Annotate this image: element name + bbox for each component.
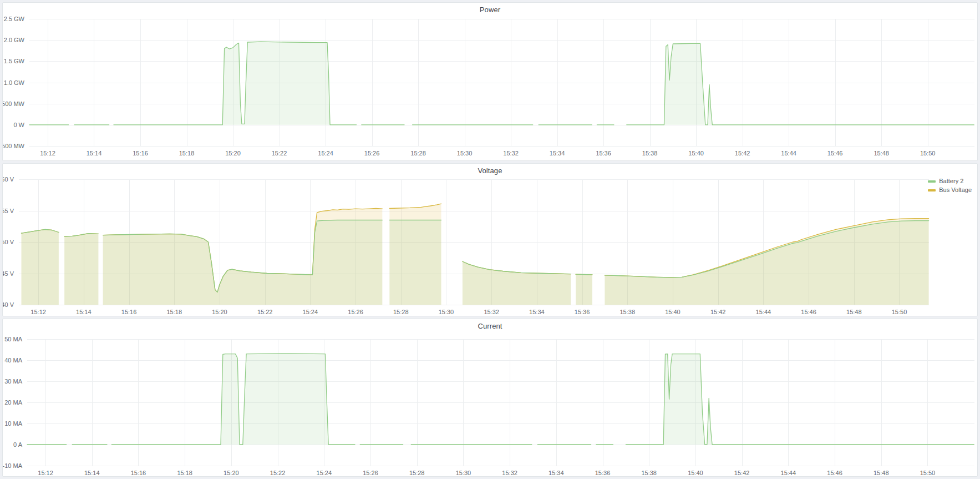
x-tick-label: 15:30 xyxy=(456,470,471,476)
x-tick-label: 15:32 xyxy=(502,470,517,476)
legend-item-battery-2[interactable]: Battery 2 xyxy=(928,178,963,185)
x-tick-label: 15:18 xyxy=(179,150,195,157)
legend-label: Bus Voltage xyxy=(939,186,972,194)
current-panel-title[interactable]: Current xyxy=(3,322,977,330)
voltage-legend: Battery 2 Bus Voltage xyxy=(928,178,972,194)
power-chart[interactable]: 2.5 GW2.0 GW1.5 GW1.0 GW500 MW0 W-500 MW… xyxy=(3,3,978,161)
x-tick-label: 15:42 xyxy=(735,150,750,157)
x-tick-label: 15:38 xyxy=(642,150,658,157)
x-tick-label: 15:36 xyxy=(595,470,611,476)
series-area xyxy=(22,229,59,305)
x-tick-label: 15:34 xyxy=(549,470,564,476)
y-tick-label: 60 V xyxy=(3,176,14,183)
x-tick-label: 15:42 xyxy=(710,309,726,315)
y-tick-label: 45 V xyxy=(3,270,14,277)
y-tick-label: 20 MA xyxy=(4,399,22,406)
x-tick-label: 15:46 xyxy=(827,470,842,476)
x-tick-label: 15:12 xyxy=(40,150,55,157)
x-tick-label: 15:14 xyxy=(76,309,92,315)
x-tick-label: 15:16 xyxy=(121,309,137,315)
x-tick-label: 15:50 xyxy=(920,470,936,476)
y-tick-label: 0 A xyxy=(13,441,23,448)
x-tick-label: 15:22 xyxy=(272,150,287,157)
x-tick-label: 15:12 xyxy=(38,470,53,476)
x-tick-label: 15:14 xyxy=(84,470,100,476)
x-tick-label: 15:50 xyxy=(920,150,936,157)
x-tick-label: 15:24 xyxy=(303,309,318,315)
legend-color-swatch xyxy=(928,189,936,191)
x-tick-label: 15:18 xyxy=(177,470,192,476)
x-tick-label: 15:24 xyxy=(318,150,333,157)
x-tick-label: 15:20 xyxy=(212,309,227,315)
x-tick-label: 15:30 xyxy=(457,150,473,157)
power-panel-title[interactable]: Power xyxy=(3,6,977,14)
x-tick-label: 15:18 xyxy=(166,309,182,315)
x-tick-label: 15:40 xyxy=(665,309,681,315)
legend-color-swatch xyxy=(928,180,936,183)
y-tick-label: 1.0 GW xyxy=(4,79,25,86)
x-tick-label: 15:48 xyxy=(874,470,889,476)
x-tick-label: 15:28 xyxy=(409,470,425,476)
x-tick-label: 15:36 xyxy=(596,150,611,157)
x-tick-label: 15:14 xyxy=(87,150,102,157)
x-tick-label: 15:16 xyxy=(131,470,146,476)
y-tick-label: 10 MA xyxy=(4,420,22,427)
current-panel: Current 50 MA40 MA30 MA20 MA10 MA0 A-10 … xyxy=(2,319,978,477)
y-tick-label: 500 MW xyxy=(3,100,25,107)
x-tick-label: 15:34 xyxy=(550,150,565,157)
x-tick-label: 15:24 xyxy=(317,470,332,476)
series-area xyxy=(463,261,571,305)
x-tick-label: 15:22 xyxy=(270,470,286,476)
series-area xyxy=(627,43,974,125)
series-area xyxy=(626,354,974,445)
legend-item-bus-voltage[interactable]: Bus Voltage xyxy=(928,186,972,194)
x-tick-label: 15:44 xyxy=(781,150,796,157)
y-tick-label: 30 MA xyxy=(4,378,22,385)
power-panel: Power 2.5 GW2.0 GW1.5 GW1.0 GW500 MW0 W-… xyxy=(2,2,978,161)
x-tick-label: 15:50 xyxy=(892,309,907,315)
x-tick-label: 15:26 xyxy=(363,470,378,476)
voltage-panel: Voltage 60 V55 V50 V45 V40 V15:1215:1415… xyxy=(2,163,978,316)
x-tick-label: 15:30 xyxy=(439,309,454,315)
dashboard: Power 2.5 GW2.0 GW1.5 GW1.0 GW500 MW0 W-… xyxy=(0,0,980,479)
y-tick-label: 1.5 GW xyxy=(4,58,25,64)
x-tick-label: 15:46 xyxy=(827,150,843,157)
x-tick-label: 15:22 xyxy=(257,309,273,315)
x-tick-label: 15:48 xyxy=(846,309,862,315)
y-tick-label: 50 V xyxy=(3,239,14,245)
x-tick-label: 15:44 xyxy=(781,470,796,476)
series-area xyxy=(576,274,592,305)
x-tick-label: 15:40 xyxy=(688,150,704,157)
y-tick-label: -500 MW xyxy=(3,143,25,149)
y-tick-label: 55 V xyxy=(3,208,14,214)
x-tick-label: 15:28 xyxy=(393,309,409,315)
x-tick-label: 15:20 xyxy=(225,150,241,157)
series-area xyxy=(103,220,383,305)
x-tick-label: 15:16 xyxy=(133,150,148,157)
x-tick-label: 15:40 xyxy=(688,470,703,476)
y-tick-label: 2.0 GW xyxy=(4,37,25,43)
x-tick-label: 15:46 xyxy=(801,309,816,315)
x-tick-label: 15:26 xyxy=(364,150,380,157)
x-tick-label: 15:20 xyxy=(224,470,239,476)
y-tick-label: -10 MA xyxy=(3,462,23,469)
x-tick-label: 15:28 xyxy=(410,150,426,157)
x-tick-label: 15:38 xyxy=(641,470,657,476)
x-tick-label: 15:36 xyxy=(575,309,590,315)
x-tick-label: 15:38 xyxy=(620,309,636,315)
x-tick-label: 15:48 xyxy=(874,150,889,157)
x-tick-label: 15:12 xyxy=(31,309,46,315)
voltage-chart[interactable]: 60 V55 V50 V45 V40 V15:1215:1415:1615:18… xyxy=(3,164,978,316)
y-tick-label: 50 MA xyxy=(4,336,22,342)
x-tick-label: 15:32 xyxy=(484,309,499,315)
x-tick-label: 15:26 xyxy=(348,309,363,315)
voltage-panel-title[interactable]: Voltage xyxy=(3,167,977,175)
series-line xyxy=(576,274,592,275)
current-chart[interactable]: 50 MA40 MA30 MA20 MA10 MA0 A-10 MA15:121… xyxy=(3,319,978,477)
y-tick-label: 40 MA xyxy=(4,357,22,364)
legend-label: Battery 2 xyxy=(939,178,963,185)
y-tick-label: 2.5 GW xyxy=(4,16,25,22)
x-tick-label: 15:34 xyxy=(529,309,545,315)
series-area xyxy=(389,220,441,305)
series-area xyxy=(111,354,355,445)
